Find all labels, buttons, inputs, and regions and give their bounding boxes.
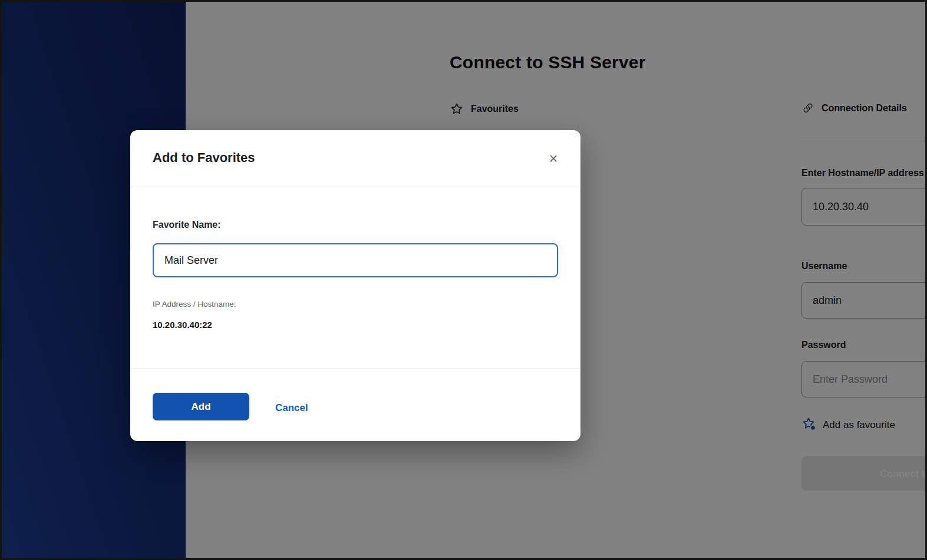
modal-title: Add to Favorites (153, 150, 255, 165)
add-button[interactable]: Add (153, 393, 249, 420)
add-favorite-modal: Add to Favorites × Favorite Name: IP Add… (130, 130, 580, 441)
modal-footer-divider (130, 368, 580, 369)
favorite-name-label: Favorite Name: (153, 220, 221, 230)
close-icon: × (549, 150, 557, 167)
favorite-name-input[interactable] (153, 243, 558, 277)
app-window: Connect to SSH Server Favourites Connect… (0, 0, 927, 560)
ip-hostname-value: 10.20.30.40:22 (153, 320, 212, 330)
modal-header-divider (130, 187, 580, 187)
cancel-button[interactable]: Cancel (274, 399, 309, 417)
modal-close-button[interactable]: × (542, 147, 565, 170)
ip-hostname-label: IP Address / Hostname: (153, 300, 236, 309)
